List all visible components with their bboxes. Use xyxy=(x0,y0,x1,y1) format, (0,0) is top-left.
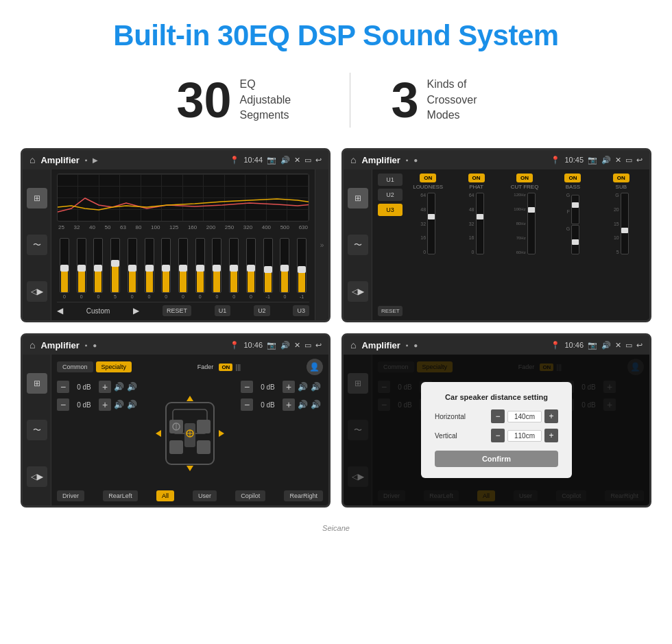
speaker-icon-btn[interactable]: ◁▶ xyxy=(27,281,47,302)
location-icon-tr: 📍 xyxy=(551,156,560,165)
window-icon-tl[interactable]: ▭ xyxy=(304,156,311,165)
close-icon-bl[interactable]: ✕ xyxy=(294,341,300,350)
app-title-tr: Amplifier xyxy=(361,155,400,165)
svg-marker-9 xyxy=(187,396,193,401)
home-icon-tl[interactable]: ⌂ xyxy=(29,154,35,165)
user-btn-bl[interactable]: User xyxy=(193,490,217,501)
wave-icon-btn-tr[interactable]: 〜 xyxy=(348,235,368,255)
car-diagram xyxy=(145,381,235,486)
back-icon-bl[interactable]: ↩ xyxy=(315,341,322,350)
bass-label: BASS xyxy=(566,184,580,190)
rearright-btn-bl[interactable]: RearRight xyxy=(284,490,323,501)
db-plus-rl[interactable]: + xyxy=(99,398,111,411)
speaker-distance-dialog: Car speaker distance setting Horizontal … xyxy=(421,382,572,478)
db-minus-rr[interactable]: − xyxy=(241,398,253,411)
driver-btn-bl[interactable]: Driver xyxy=(57,490,84,501)
vertical-plus-btn[interactable]: + xyxy=(544,429,558,442)
stat-eq-text: EQ Adjustable Segments xyxy=(240,77,309,123)
time-tl: 10:44 xyxy=(243,156,263,164)
dialog-horizontal-row: Horizontal − 140cm + xyxy=(435,409,558,423)
db-minus-fr[interactable]: − xyxy=(241,381,253,393)
back-icon-tl[interactable]: ↩ xyxy=(315,156,322,165)
eq-prev-btn[interactable]: ◀ xyxy=(57,306,63,315)
cutfreq-on[interactable]: ON xyxy=(516,174,533,182)
u1-btn-tl[interactable]: U1 xyxy=(215,305,231,316)
camera-icon-bl: 📷 xyxy=(267,341,276,350)
speaker-icon-btn-tr[interactable]: ◁▶ xyxy=(348,281,368,302)
horizontal-plus-btn[interactable]: + xyxy=(544,409,558,423)
db-minus-fl[interactable]: − xyxy=(57,381,69,393)
cutfreq-label: CUT FREQ xyxy=(511,184,539,190)
tab-specialty[interactable]: Specialty xyxy=(96,361,132,372)
horizontal-label: Horizontal xyxy=(435,413,476,420)
stat-crossover-text: Kinds of Crossover Modes xyxy=(427,77,496,123)
all-btn-bl[interactable]: All xyxy=(156,490,174,501)
phat-on[interactable]: ON xyxy=(468,174,485,182)
home-icon-br[interactable]: ⌂ xyxy=(350,339,356,350)
reset-btn-tl[interactable]: RESET xyxy=(163,305,191,316)
user-avatar-bl[interactable]: 👤 xyxy=(307,359,323,375)
eq-icon-btn[interactable]: ⊞ xyxy=(27,188,47,208)
wave-icon-btn-bl[interactable]: 〜 xyxy=(27,420,47,440)
specialty-content: ⊞ 〜 ◁▶ Common Specialty Fader ON ||| 👤 xyxy=(23,355,328,505)
horizontal-minus-btn[interactable]: − xyxy=(491,409,505,423)
specialty-main: Common Specialty Fader ON ||| 👤 − xyxy=(51,355,328,505)
svg-rect-4 xyxy=(169,440,183,454)
speaker-fr2-icon: 🔊 xyxy=(311,382,321,392)
window-icon-tr[interactable]: ▭ xyxy=(625,156,632,165)
close-icon-tr[interactable]: ✕ xyxy=(615,156,621,165)
db-plus-fr[interactable]: + xyxy=(283,381,295,393)
back-icon-tr[interactable]: ↩ xyxy=(636,156,643,165)
rearleft-btn-bl[interactable]: RearLeft xyxy=(103,490,138,501)
window-icon-bl[interactable]: ▭ xyxy=(304,341,311,350)
copilot-btn-bl[interactable]: Copilot xyxy=(235,490,265,501)
tab-common[interactable]: Common xyxy=(57,361,93,372)
u3-btn-tl[interactable]: U3 xyxy=(293,305,309,316)
close-icon-br[interactable]: ✕ xyxy=(615,341,621,350)
eq-next-btn[interactable]: ▶ xyxy=(133,306,139,315)
svg-marker-10 xyxy=(187,466,193,471)
sub-on[interactable]: ON xyxy=(613,174,629,182)
preset-u2[interactable]: U2 xyxy=(378,189,403,201)
preset-u1[interactable]: U1 xyxy=(378,174,403,186)
camera-icon-tl: 📷 xyxy=(267,156,276,165)
sp-right-controls: − 0 dB + 🔊 🔊 − 0 dB + 🔊 🔊 xyxy=(241,381,323,486)
bass-on[interactable]: ON xyxy=(564,174,581,182)
eq-icon-btn-bl[interactable]: ⊞ xyxy=(27,373,47,394)
eq-icon-btn-tr[interactable]: ⊞ xyxy=(348,188,368,208)
speaker-fr-icon: 🔊 xyxy=(298,382,308,392)
db-minus-rl[interactable]: − xyxy=(57,398,69,411)
confirm-button[interactable]: Confirm xyxy=(435,451,558,467)
vertical-value: 110cm xyxy=(507,430,542,442)
home-icon-tr[interactable]: ⌂ xyxy=(350,154,356,165)
u2-btn-tl[interactable]: U2 xyxy=(254,305,270,316)
speaker-icon-btn-bl[interactable]: ◁▶ xyxy=(27,466,47,487)
db-value-fr: 0 dB xyxy=(256,383,280,391)
screen-dialog: ⌂ Amplifier ▪ ● 📍 10:46 📷 🔊 ✕ ▭ ↩ ⊞ 〜 ◁▶ xyxy=(341,333,651,508)
sp-top-row: Common Specialty Fader ON ||| 👤 xyxy=(57,359,323,375)
wave-icon-btn[interactable]: 〜 xyxy=(27,235,47,255)
preset-u3[interactable]: U3 xyxy=(378,204,403,216)
horizontal-stepper: − 140cm + xyxy=(491,409,558,423)
home-icon-bl[interactable]: ⌂ xyxy=(29,339,35,350)
db-plus-fl[interactable]: + xyxy=(99,381,111,393)
dialog-content: ⊞ 〜 ◁▶ Common Specialty Fader ON ||| 👤 xyxy=(344,355,649,505)
db-control-rr: − 0 dB + 🔊 🔊 xyxy=(241,398,323,411)
speaker-fl2-icon: 🔊 xyxy=(127,382,137,392)
status-bar-tr: ⌂ Amplifier ▪ ● 📍 10:45 📷 🔊 ✕ ▭ ↩ xyxy=(344,150,649,169)
reset-btn-tr[interactable]: RESET xyxy=(378,306,403,316)
close-icon-tl[interactable]: ✕ xyxy=(294,156,300,165)
stats-row: 30 EQ Adjustable Segments 3 Kinds of Cro… xyxy=(0,66,672,148)
window-icon-br[interactable]: ▭ xyxy=(625,341,632,350)
dialog-overlay: Car speaker distance setting Horizontal … xyxy=(344,355,649,505)
eq-content: ⊞ 〜 ◁▶ 2532405063 80100125160200 2503204… xyxy=(23,169,328,320)
page-title: Built-in 30EQ DSP Sound System xyxy=(0,0,672,66)
back-icon-br[interactable]: ↩ xyxy=(636,341,643,350)
screen-specialty: ⌂ Amplifier ▪ ● 📍 10:46 📷 🔊 ✕ ▭ ↩ ⊞ 〜 ◁▶ xyxy=(21,333,331,508)
loudness-label: LOUDNESS xyxy=(413,184,443,190)
loudness-on[interactable]: ON xyxy=(420,174,436,182)
db-plus-rr[interactable]: + xyxy=(283,398,295,411)
vertical-minus-btn[interactable]: − xyxy=(491,429,505,442)
app-title-bl: Amplifier xyxy=(40,340,79,350)
app-title-br: Amplifier xyxy=(361,340,400,350)
